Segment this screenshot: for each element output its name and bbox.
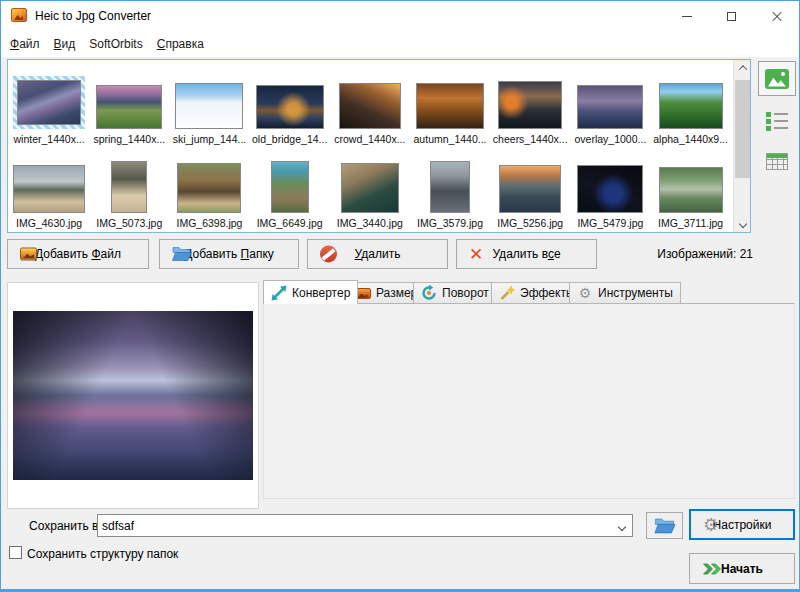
table-view-icon — [766, 153, 788, 170]
tab-converter[interactable]: Конвертер — [263, 280, 358, 304]
save-to-label: Сохранить в — [29, 519, 98, 533]
thumbnail-image[interactable] — [430, 161, 470, 213]
delete-button[interactable]: Удалить — [307, 239, 448, 269]
thumbnail-label: crowd_1440x... — [334, 133, 405, 145]
thumbnail-image[interactable] — [96, 85, 162, 129]
add-file-label: Добавить Файл — [35, 247, 121, 261]
thumbnail-image[interactable] — [416, 83, 484, 129]
add-file-icon — [20, 248, 37, 261]
thumbnail-item[interactable]: alpha_1440x9... — [651, 61, 731, 145]
scrollbar-thumb[interactable] — [735, 80, 750, 178]
add-folder-button[interactable]: Добавить Папку — [159, 239, 299, 269]
thumbnail-frame[interactable] — [271, 161, 309, 213]
thumbnail-image[interactable] — [339, 83, 401, 129]
thumbnail-image[interactable] — [13, 165, 85, 213]
maximize-button[interactable] — [709, 1, 754, 31]
thumbnail-item[interactable]: IMG_5256.jpg — [490, 145, 570, 229]
menu-view[interactable]: Вид — [47, 33, 83, 55]
add-file-button[interactable]: Добавить Файл — [7, 239, 149, 269]
thumbnail-item[interactable]: spring_1440x... — [89, 61, 169, 145]
view-thumbnails-button[interactable] — [758, 61, 796, 96]
thumbnail-frame[interactable] — [339, 83, 401, 129]
thumbnails-view-icon — [765, 69, 789, 89]
thumbnail-label: IMG_6398.jpg — [176, 217, 242, 229]
thumbnail-item[interactable]: IMG_3711.jpg — [651, 145, 731, 229]
thumbnail-image[interactable] — [341, 163, 399, 213]
preview-image — [13, 311, 253, 480]
settings-gear-icon: ⚙ — [703, 516, 719, 534]
list-view-icon — [766, 112, 788, 130]
tab-tools[interactable]: ⚙ Инструменты — [569, 282, 681, 303]
thumbnail-image[interactable] — [659, 167, 723, 213]
delete-all-button[interactable]: ✕ Удалить все — [456, 239, 597, 269]
thumbnail-item[interactable]: IMG_6398.jpg — [169, 145, 249, 229]
thumbnail-item[interactable]: IMG_6649.jpg — [250, 145, 330, 229]
tab-effects-label: Эффекты — [520, 286, 575, 300]
thumbnail-frame[interactable] — [111, 161, 147, 213]
thumbnail-frame[interactable] — [175, 83, 243, 129]
thumbnail-frame[interactable] — [499, 165, 561, 213]
thumbnail-item[interactable]: cheers_1440x... — [490, 61, 570, 145]
thumbnail-frame[interactable] — [577, 85, 643, 129]
thumbnail-frame[interactable] — [430, 161, 470, 213]
start-arrow-icon — [702, 560, 722, 578]
view-list-button[interactable] — [763, 107, 791, 135]
menu-file[interactable]: Файл — [3, 33, 47, 55]
thumbnail-label: winter_1440x... — [13, 133, 84, 145]
thumbnail-frame[interactable] — [256, 85, 324, 129]
thumbnail-label: overlay_1000... — [575, 133, 647, 145]
thumbnail-frame[interactable] — [96, 85, 162, 129]
thumbnail-item[interactable]: IMG_4630.jpg — [9, 145, 89, 229]
thumbnail-frame[interactable] — [659, 167, 723, 213]
minimize-button[interactable] — [664, 1, 709, 31]
thumbnail-label: ski_jump_144... — [173, 133, 247, 145]
add-folder-icon — [172, 247, 192, 262]
thumbnail-image[interactable] — [577, 85, 643, 129]
thumbnail-frame[interactable] — [498, 81, 562, 129]
thumbnail-frame[interactable] — [659, 83, 723, 129]
vertical-scrollbar[interactable] — [733, 60, 750, 232]
thumbnail-image[interactable] — [111, 161, 147, 213]
thumbnail-item[interactable]: autumn_1440... — [410, 61, 490, 145]
thumbnail-item[interactable]: IMG_5073.jpg — [89, 145, 169, 229]
thumbnail-image[interactable] — [577, 165, 643, 213]
thumbnail-image[interactable] — [17, 80, 81, 125]
start-button[interactable]: Начать — [689, 553, 795, 584]
close-button[interactable] — [754, 1, 799, 31]
thumbnail-frame[interactable] — [577, 165, 643, 213]
menu-softorbits[interactable]: SoftOrbits — [82, 33, 149, 55]
thumbnail-item[interactable]: winter_1440x... — [9, 61, 89, 145]
thumbnail-label: IMG_5479.jpg — [577, 217, 643, 229]
thumbnail-frame[interactable] — [416, 83, 484, 129]
add-folder-label: Добавить Папку — [184, 247, 274, 261]
save-path-combobox[interactable] — [97, 514, 633, 537]
thumbnail-selection[interactable] — [13, 76, 85, 129]
thumbnail-item[interactable]: crowd_1440x... — [330, 61, 410, 145]
thumbnail-image[interactable] — [175, 83, 243, 129]
thumbnail-item[interactable]: overlay_1000... — [570, 61, 650, 145]
view-table-button[interactable] — [763, 147, 791, 175]
thumbnail-image[interactable] — [499, 165, 561, 213]
thumbnail-item[interactable]: IMG_3579.jpg — [410, 145, 490, 229]
thumbnail-frame[interactable] — [341, 163, 399, 213]
tab-rotate[interactable]: Поворот — [413, 282, 497, 303]
thumbnail-image[interactable] — [256, 85, 324, 129]
title-bar: Heic to Jpg Converter — [1, 1, 799, 31]
thumbnail-image[interactable] — [177, 163, 241, 213]
thumbnail-item[interactable]: ski_jump_144... — [169, 61, 249, 145]
thumbnail-frame[interactable] — [13, 165, 85, 213]
save-path-input[interactable] — [102, 517, 602, 534]
thumbnail-image[interactable] — [659, 83, 723, 129]
thumbnail-item[interactable]: old_bridge_14... — [250, 61, 330, 145]
thumbnail-image[interactable] — [271, 161, 309, 213]
scroll-up-icon[interactable] — [734, 60, 751, 76]
menu-help[interactable]: Справка — [150, 33, 211, 55]
thumbnail-item[interactable]: IMG_5479.jpg — [570, 145, 650, 229]
thumbnail-image[interactable] — [498, 81, 562, 129]
browse-folder-button[interactable] — [646, 512, 683, 539]
thumbnail-frame[interactable] — [177, 163, 241, 213]
scroll-down-icon[interactable] — [734, 216, 751, 232]
thumbnail-item[interactable]: IMG_3440.jpg — [330, 145, 410, 229]
keep-folder-structure-checkbox[interactable] — [9, 546, 22, 559]
settings-button[interactable]: ⚙ Настройки — [689, 509, 795, 540]
